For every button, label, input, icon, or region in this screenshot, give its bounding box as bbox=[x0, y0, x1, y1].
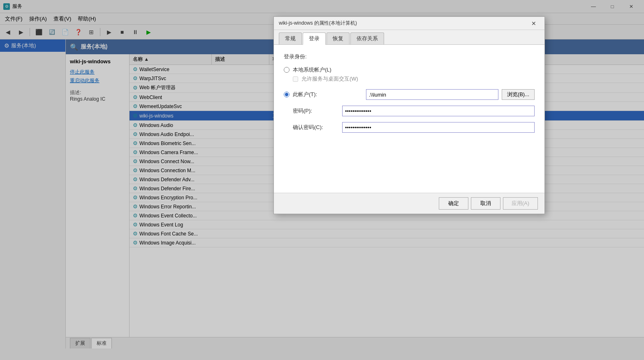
radio-this-account[interactable] bbox=[284, 92, 290, 97]
password-label: 密码(P): bbox=[293, 107, 342, 115]
field-row-password: 密码(P): bbox=[284, 106, 535, 116]
dialog-tab-dependencies[interactable]: 依存关系 bbox=[350, 32, 384, 44]
radio-local-system[interactable] bbox=[284, 67, 290, 73]
checkbox-allow-desktop[interactable] bbox=[293, 76, 298, 82]
dialog-close-button[interactable]: ✕ bbox=[528, 18, 540, 28]
checkbox-row-desktop: 允许服务与桌面交互(W) bbox=[293, 75, 535, 83]
account-input[interactable] bbox=[366, 89, 498, 100]
confirm-password-label: 确认密码(C): bbox=[293, 124, 342, 131]
ok-button[interactable]: 确定 bbox=[439, 197, 468, 210]
confirm-password-input[interactable] bbox=[342, 122, 535, 133]
dialog-footer: 确定 取消 应用(A) bbox=[274, 193, 544, 214]
checkbox-allow-desktop-label: 允许服务与桌面交互(W) bbox=[301, 75, 358, 83]
dialog-title: wiki-js-windows 的属性(本地计算机) bbox=[279, 20, 528, 27]
cancel-button[interactable]: 取消 bbox=[471, 197, 500, 210]
dialog-title-bar: wiki-js-windows 的属性(本地计算机) ✕ bbox=[274, 17, 544, 30]
dialog-tabs: 常规 登录 恢复 依存关系 bbox=[274, 30, 544, 45]
dialog-tab-recovery[interactable]: 恢复 bbox=[327, 32, 350, 44]
dialog-tab-login[interactable]: 登录 bbox=[303, 32, 326, 45]
dialog-tab-general[interactable]: 常规 bbox=[279, 32, 302, 44]
radio-row-local-system: 本地系统帐户(L) bbox=[284, 66, 535, 74]
properties-dialog: wiki-js-windows 的属性(本地计算机) ✕ 常规 登录 恢复 依存… bbox=[273, 16, 545, 214]
browse-button[interactable]: 浏览(B)... bbox=[502, 89, 535, 100]
login-section-title: 登录身份: bbox=[284, 53, 535, 60]
dialog-content: 登录身份: 本地系统帐户(L) 允许服务与桌面交互(W) 此帐户(T): 浏览(… bbox=[274, 45, 544, 193]
field-row-confirm-password: 确认密码(C): bbox=[284, 122, 535, 133]
field-row-this-account: 此帐户(T): 浏览(B)... bbox=[284, 89, 535, 100]
radio-this-account-label: 此帐户(T): bbox=[293, 91, 317, 98]
apply-button[interactable]: 应用(A) bbox=[503, 197, 538, 210]
radio-local-system-label: 本地系统帐户(L) bbox=[293, 66, 331, 74]
password-input[interactable] bbox=[342, 106, 535, 116]
